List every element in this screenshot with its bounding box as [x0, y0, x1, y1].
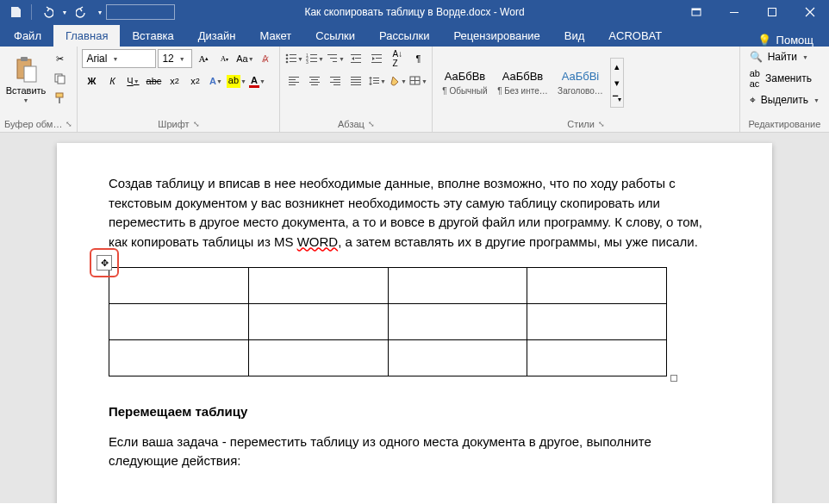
paragraph-1[interactable]: Создав таблицу и вписав в нее необходимы… — [109, 174, 712, 252]
numbering-button[interactable]: 123▼ — [305, 49, 324, 68]
shrink-font-button[interactable]: A▾ — [215, 49, 234, 68]
change-case-button[interactable]: Aa▼ — [235, 49, 254, 68]
replace-button[interactable]: abac Заменить — [745, 66, 825, 90]
styles-expand[interactable]: ▔▾ — [611, 91, 623, 107]
font-color-button[interactable]: A▼ — [247, 72, 266, 90]
close-button[interactable] — [791, 0, 829, 24]
svg-rect-10 — [59, 97, 60, 103]
svg-rect-28 — [351, 62, 361, 63]
table-move-handle[interactable]: ✥ — [97, 255, 112, 271]
table-wrapper: ✥ — [109, 267, 712, 376]
tab-home[interactable]: Главная — [53, 25, 120, 47]
group-styles: АаБбВв ¶ Обычный АаБбВв ¶ Без инте… АаБб… — [433, 47, 739, 132]
style-heading1[interactable]: АаБбВі Заголово… — [552, 57, 608, 109]
svg-rect-33 — [289, 79, 296, 80]
svg-rect-18 — [310, 54, 317, 55]
ribbon-options-button[interactable] — [677, 0, 715, 24]
table-row[interactable] — [109, 340, 667, 376]
spellcheck-error[interactable]: WORD — [297, 234, 339, 249]
cut-button[interactable]: ✂ — [50, 49, 69, 68]
table-row[interactable] — [109, 268, 667, 304]
undo-button[interactable] — [37, 2, 58, 22]
line-spacing-button[interactable]: ▼ — [367, 72, 386, 90]
table-resize-handle[interactable] — [670, 375, 677, 382]
superscript-button[interactable]: x2 — [185, 72, 204, 90]
font-family-combo[interactable]: Arial▼ — [82, 49, 156, 68]
select-button[interactable]: ⌖ Выделить▼ — [745, 92, 825, 108]
page[interactable]: Создав таблицу и вписав в нее необходимы… — [57, 143, 772, 503]
font-launcher[interactable]: ⤡ — [193, 120, 200, 128]
style-no-spacing[interactable]: АаБбВв ¶ Без инте… — [495, 57, 550, 109]
paragraph-2[interactable]: Если ваша задача - переместить таблицу и… — [109, 432, 712, 471]
group-styles-label: Стили — [567, 119, 595, 129]
svg-rect-42 — [330, 82, 340, 83]
svg-rect-9 — [56, 93, 63, 97]
svg-rect-27 — [355, 58, 361, 59]
svg-rect-49 — [373, 78, 379, 78]
text-effects-button[interactable]: A▼ — [206, 72, 225, 90]
styles-row-down[interactable]: ▾ — [611, 75, 623, 90]
document-table[interactable] — [109, 267, 667, 376]
increase-indent-button[interactable] — [367, 49, 386, 68]
svg-rect-50 — [373, 80, 379, 81]
multilevel-list-button[interactable]: ▼ — [326, 49, 345, 68]
align-justify-button[interactable] — [346, 72, 365, 90]
sort-button[interactable]: A↓Z — [388, 49, 407, 68]
strikethrough-button[interactable]: abc — [144, 72, 163, 90]
decrease-indent-button[interactable] — [346, 49, 365, 68]
paste-button[interactable]: Вставить ▼ — [4, 49, 47, 109]
save-button[interactable] — [5, 2, 26, 22]
grow-font-button[interactable]: A▴ — [194, 49, 213, 68]
clipboard-launcher[interactable]: ⤡ — [65, 120, 72, 128]
shading-button[interactable]: ▼ — [388, 72, 407, 90]
underline-button[interactable]: Ч▼ — [123, 72, 142, 90]
user-account-box[interactable] — [106, 4, 175, 20]
align-center-button[interactable] — [305, 72, 324, 90]
copy-button[interactable] — [50, 69, 69, 88]
bold-button[interactable]: Ж — [82, 72, 101, 90]
svg-rect-24 — [330, 58, 337, 59]
tab-references[interactable]: Ссылки — [303, 25, 367, 47]
show-marks-button[interactable]: ¶ — [408, 49, 427, 68]
replace-icon: abac — [750, 68, 760, 89]
borders-button[interactable]: ▼ — [408, 72, 427, 90]
group-font-label: Шрифт — [158, 119, 189, 129]
tab-review[interactable]: Рецензирование — [441, 25, 552, 47]
minimize-button[interactable] — [715, 0, 753, 24]
align-left-button[interactable] — [284, 72, 303, 90]
tab-view[interactable]: Вид — [552, 25, 597, 47]
svg-rect-23 — [327, 54, 337, 55]
undo-dropdown[interactable]: ▼ — [59, 2, 70, 22]
format-painter-button[interactable] — [50, 89, 69, 108]
find-button[interactable]: 🔍 Найти▼ — [745, 49, 825, 65]
tab-file[interactable]: Файл — [2, 25, 53, 47]
tell-me-box[interactable]: 💡 Помощ — [742, 34, 829, 47]
document-area[interactable]: Создав таблицу и вписав в нее необходимы… — [0, 133, 829, 503]
tab-acrobat[interactable]: ACROBAT — [596, 25, 674, 47]
clear-formatting-button[interactable]: A̷ — [256, 49, 275, 68]
style-normal[interactable]: АаБбВв ¶ Обычный — [437, 57, 492, 109]
qat-customize-button[interactable]: ▾ — [94, 2, 106, 22]
styles-launcher[interactable]: ⤡ — [598, 120, 605, 128]
bullets-button[interactable]: ▼ — [284, 49, 303, 68]
tab-mailings[interactable]: Рассылки — [367, 25, 441, 47]
italic-button[interactable]: К — [103, 72, 122, 90]
tab-design[interactable]: Дизайн — [186, 25, 248, 47]
align-right-button[interactable] — [326, 72, 345, 90]
heading-move-table[interactable]: Перемещаем таблицу — [109, 402, 712, 422]
styles-row-up[interactable]: ▴ — [611, 59, 623, 74]
tab-layout[interactable]: Макет — [247, 25, 303, 47]
svg-rect-43 — [333, 84, 340, 85]
svg-rect-12 — [290, 54, 296, 55]
font-size-combo[interactable]: 12▼ — [158, 49, 192, 68]
table-row[interactable] — [109, 304, 667, 340]
subscript-button[interactable]: x2 — [165, 72, 184, 90]
highlight-button[interactable]: ab▼ — [227, 72, 246, 90]
redo-button[interactable] — [72, 2, 92, 22]
tab-insert[interactable]: Вставка — [120, 25, 185, 47]
maximize-button[interactable] — [753, 0, 791, 24]
title-bar: ▼ ▾ Как скопировать таблицу в Ворде.docx… — [0, 0, 829, 24]
group-editing: 🔍 Найти▼ abac Заменить ⌖ Выделить▼ Редак… — [740, 47, 829, 132]
paragraph-launcher[interactable]: ⤡ — [368, 120, 375, 128]
svg-rect-31 — [371, 62, 382, 63]
